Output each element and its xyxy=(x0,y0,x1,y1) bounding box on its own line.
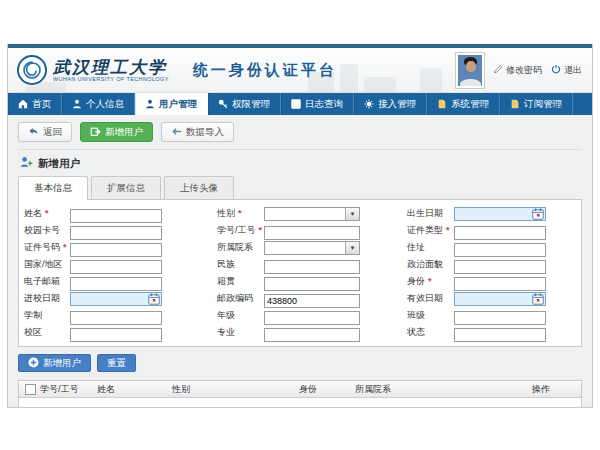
required-asterisk: * xyxy=(259,225,263,235)
column-header-4: 所属院系 xyxy=(355,383,532,396)
data-import-button[interactable]: 数据导入 xyxy=(161,122,234,142)
column-header-2: 性别 xyxy=(172,383,299,396)
status-input[interactable] xyxy=(454,328,546,342)
key-icon xyxy=(218,99,228,109)
doc-icon xyxy=(437,99,447,109)
nav-tab-label: 用户管理 xyxy=(159,98,197,111)
change-password-link[interactable]: 修改密码 xyxy=(493,64,542,77)
field-label-class: 班级 xyxy=(407,309,454,322)
nav-tab-2[interactable]: 用户管理 xyxy=(135,93,208,115)
chevron-down-icon[interactable]: ▼ xyxy=(345,208,359,220)
power-icon xyxy=(551,64,561,76)
university-name-en: WUHAN UNIVERSITY OF TECHNOLOGY xyxy=(53,76,169,82)
brand: 武汉理工大学 WUHAN UNIVERSITY OF TECHNOLOGY xyxy=(53,58,179,82)
add-user-toolbar-button[interactable]: 新增用户 xyxy=(80,122,153,142)
nav-tab-5[interactable]: 接入管理 xyxy=(354,93,427,115)
select-all-checkbox[interactable] xyxy=(25,384,36,395)
screen: 武汉理工大学 WUHAN UNIVERSITY OF TECHNOLOGY 统一… xyxy=(0,0,600,450)
field-label-campus-card: 校园卡号 xyxy=(24,224,70,237)
field-label-valid-date: 有效日期 xyxy=(407,292,454,305)
nav-tab-3[interactable]: 权限管理 xyxy=(208,93,281,115)
nav-tab-4[interactable]: 日志查询 xyxy=(281,93,354,115)
add-user-toolbar-label: 新增用户 xyxy=(105,126,143,139)
chevron-down-icon[interactable]: ▼ xyxy=(345,242,359,254)
schooling-length-input[interactable] xyxy=(70,311,162,325)
required-asterisk: * xyxy=(63,242,67,252)
column-header-1: 姓名 xyxy=(97,383,172,396)
grade-input[interactable] xyxy=(264,311,360,325)
calendar-icon[interactable] xyxy=(148,293,160,305)
tab-2[interactable]: 上传头像 xyxy=(164,176,234,199)
field-label-schooling-length: 学制 xyxy=(24,309,70,322)
field-label-grade: 年级 xyxy=(217,309,264,322)
address-input[interactable] xyxy=(454,243,546,257)
nav-tab-label: 订阅管理 xyxy=(524,98,562,111)
logout-link[interactable]: 退出 xyxy=(551,64,582,77)
submit-add-user-button[interactable]: 新增用户 xyxy=(18,354,91,372)
class-input[interactable] xyxy=(454,311,546,325)
back-arrow-icon xyxy=(28,126,39,139)
nav-tab-label: 权限管理 xyxy=(232,98,270,111)
nav-tab-6[interactable]: 系统管理 xyxy=(427,93,500,115)
toolbar: 返回 新增用户 数据导入 xyxy=(18,122,582,150)
header: 武汉理工大学 WUHAN UNIVERSITY OF TECHNOLOGY 统一… xyxy=(8,48,592,93)
gender-select[interactable]: ▼ xyxy=(264,207,360,221)
political-status-input[interactable] xyxy=(454,260,546,274)
id-number-input[interactable] xyxy=(70,243,162,257)
nav-tab-7[interactable]: 订阅管理 xyxy=(500,93,573,115)
user-plus-icon xyxy=(20,156,33,171)
native-place-input[interactable] xyxy=(264,277,360,291)
main-nav: 首页个人信息用户管理权限管理日志查询接入管理系统管理订阅管理 xyxy=(8,93,592,115)
department-select[interactable]: ▼ xyxy=(264,241,360,255)
form-actions: 新增用户 重置 xyxy=(18,354,582,372)
field-label-postal-code: 邮政编码 xyxy=(217,292,264,305)
country-region-input[interactable] xyxy=(70,260,162,274)
field-label-ethnicity: 民族 xyxy=(217,258,264,271)
field-label-name: 姓名* xyxy=(24,207,70,220)
id-type-input[interactable] xyxy=(454,226,546,240)
postal-code-input[interactable] xyxy=(264,294,360,308)
reset-label: 重置 xyxy=(107,357,126,370)
back-button[interactable]: 返回 xyxy=(18,122,72,142)
log-check-icon xyxy=(291,99,301,109)
field-label-campus: 校区 xyxy=(24,326,70,339)
nav-tab-label: 系统管理 xyxy=(451,98,489,111)
student-id-input[interactable] xyxy=(264,226,360,240)
required-asterisk: * xyxy=(45,208,49,218)
export-box-icon xyxy=(90,126,101,139)
plus-circle-icon xyxy=(28,357,39,370)
field-label-student-id: 学号/工号* xyxy=(217,224,264,237)
reset-button[interactable]: 重置 xyxy=(97,354,136,372)
tab-1[interactable]: 扩展信息 xyxy=(91,176,161,199)
person-icon xyxy=(72,99,82,109)
name-input[interactable] xyxy=(70,209,162,223)
major-input[interactable] xyxy=(264,328,360,342)
identity-input[interactable] xyxy=(454,277,546,291)
tab-0[interactable]: 基本信息 xyxy=(18,176,88,200)
column-header-3: 身份 xyxy=(299,383,355,396)
field-label-country-region: 国家/地区 xyxy=(24,258,70,271)
valid-date-date-input[interactable] xyxy=(454,292,546,306)
nav-tab-0[interactable]: 首页 xyxy=(8,93,62,115)
nav-tab-label: 日志查询 xyxy=(305,98,343,111)
birth-date-date-input[interactable] xyxy=(454,207,546,221)
email-input[interactable] xyxy=(70,277,162,291)
ethnicity-input[interactable] xyxy=(264,260,360,274)
entry-date-date-input[interactable] xyxy=(70,292,162,306)
calendar-icon[interactable] xyxy=(532,208,544,220)
platform-title: 统一身份认证平台 xyxy=(193,61,337,80)
back-label: 返回 xyxy=(43,126,62,139)
building-watermark xyxy=(340,64,358,92)
user-avatar[interactable] xyxy=(456,53,484,88)
field-label-id-type: 证件类型* xyxy=(407,224,454,237)
doc-icon xyxy=(510,99,520,109)
nav-tab-label: 首页 xyxy=(32,98,51,111)
field-label-email: 电子邮箱 xyxy=(24,275,70,288)
results-table: 学号/工号姓名性别身份所属院系操作 xyxy=(18,380,582,408)
change-password-label: 修改密码 xyxy=(506,64,542,77)
nav-tab-1[interactable]: 个人信息 xyxy=(62,93,135,115)
calendar-icon[interactable] xyxy=(532,293,544,305)
field-label-status: 状态 xyxy=(407,326,454,339)
campus-input[interactable] xyxy=(70,328,162,342)
campus-card-input[interactable] xyxy=(70,226,162,240)
